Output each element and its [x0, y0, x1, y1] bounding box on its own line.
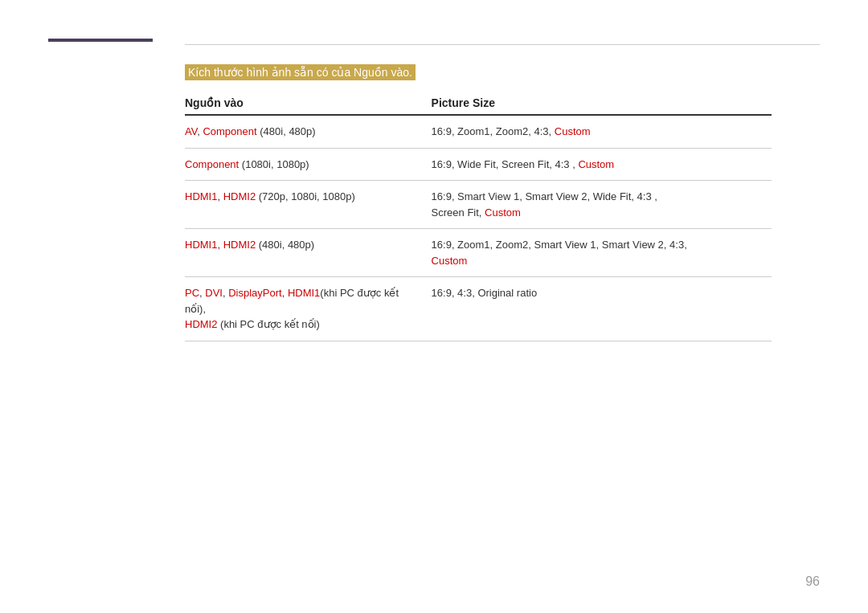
size-text-custom: Custom [432, 255, 468, 267]
cell-input: HDMI1, HDMI2 (720p, 1080i, 1080p) [185, 189, 432, 205]
table-header: Nguồn vào Picture Size [185, 96, 772, 116]
page-number: 96 [805, 574, 820, 589]
input-text: HDMI1 [288, 287, 320, 299]
content-area: Kích thước hình ảnh sẵn có của Nguồn vào… [185, 64, 772, 341]
header-size: Picture Size [432, 96, 772, 109]
size-text: 16:9, Smart View 1, Smart View 2, Wide F… [432, 190, 657, 219]
size-text-custom: Custom [578, 158, 614, 170]
input-text: HDMI2 [223, 239, 256, 251]
input-text: , [282, 287, 288, 299]
size-text-custom: Custom [555, 125, 591, 137]
header-input: Nguồn vào [185, 96, 432, 109]
input-text: (480i, 480p) [256, 239, 314, 251]
table-row: HDMI1, HDMI2 (720p, 1080i, 1080p) 16:9, … [185, 181, 772, 229]
page-container: Kích thước hình ảnh sẵn có của Nguồn vào… [0, 0, 868, 613]
cell-input: HDMI1, HDMI2 (480i, 480p) [185, 237, 432, 253]
table-row: Component (1080i, 1080p) 16:9, Wide Fit,… [185, 149, 772, 182]
input-text: HDMI1 [185, 239, 217, 251]
input-text: (720p, 1080i, 1080p) [256, 190, 355, 202]
table-row: PC, DVI, DisplayPort, HDMI1(khi PC được … [185, 277, 772, 341]
input-text: AV [185, 125, 197, 137]
cell-size: 16:9, Zoom1, Zoom2, 4:3, Custom [432, 124, 772, 140]
input-text: , [217, 190, 223, 202]
input-text: HDMI2 [185, 318, 217, 330]
top-rule [185, 44, 820, 45]
size-text: 16:9, Wide Fit, Screen Fit, 4:3 , [432, 158, 579, 170]
input-text: DisplayPort [228, 287, 281, 299]
size-text-custom: Custom [485, 206, 521, 219]
cell-size: 16:9, Zoom1, Zoom2, Smart View 1, Smart … [432, 237, 772, 268]
input-text: HDMI1 [185, 190, 217, 202]
size-text: 16:9, 4:3, Original ratio [432, 287, 538, 299]
cell-size: 16:9, Smart View 1, Smart View 2, Wide F… [432, 189, 772, 220]
cell-input: PC, DVI, DisplayPort, HDMI1(khi PC được … [185, 285, 432, 333]
input-text: Component [203, 125, 256, 137]
input-text: (480i, 480p) [257, 125, 316, 137]
input-text: HDMI2 [223, 190, 256, 202]
input-text: (1080i, 1080p) [239, 158, 309, 170]
table-row: HDMI1, HDMI2 (480i, 480p) 16:9, Zoom1, Z… [185, 229, 772, 277]
size-text: 16:9, Zoom1, Zoom2, 4:3, [432, 125, 555, 137]
input-text: DVI [205, 287, 223, 299]
table-container: Nguồn vào Picture Size AV, Component (48… [185, 96, 772, 341]
cell-size: 16:9, 4:3, Original ratio [432, 285, 772, 301]
input-text: (khi PC được kết nối) [217, 318, 319, 330]
size-text: 16:9, Zoom1, Zoom2, Smart View 1, Smart … [432, 239, 687, 251]
table-row: AV, Component (480i, 480p) 16:9, Zoom1, … [185, 116, 772, 149]
input-text: Component [185, 158, 239, 170]
input-text: , [217, 239, 223, 251]
cell-input: AV, Component (480i, 480p) [185, 124, 432, 140]
input-text: PC [185, 287, 199, 299]
cell-input: Component (1080i, 1080p) [185, 157, 432, 173]
cell-size: 16:9, Wide Fit, Screen Fit, 4:3 , Custom [432, 157, 772, 173]
left-bar-decoration [48, 39, 153, 42]
section-title: Kích thước hình ảnh sẵn có của Nguồn vào… [185, 64, 416, 80]
